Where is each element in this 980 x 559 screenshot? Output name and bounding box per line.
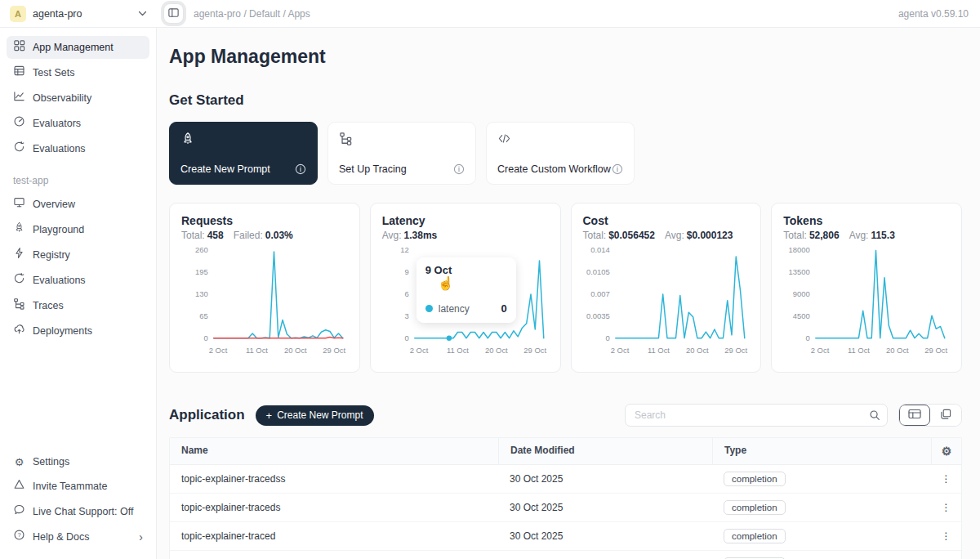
- gauge-icon: [13, 115, 25, 132]
- sidebar-item-help-docs[interactable]: ? Help & Docs ›: [7, 525, 149, 548]
- svg-text:130: 130: [195, 289, 208, 298]
- create-new-prompt-button[interactable]: + Create New Prompt: [256, 405, 374, 426]
- set-up-tracing-card[interactable]: Set Up Tracing: [327, 122, 476, 185]
- svg-text:13500: 13500: [789, 267, 810, 276]
- svg-text:0.007: 0.007: [590, 289, 610, 298]
- info-icon[interactable]: [295, 163, 306, 175]
- sidebar-item-evaluators[interactable]: Evaluators: [7, 112, 149, 135]
- sidebar-item-evaluations[interactable]: Evaluations: [7, 137, 149, 160]
- search-input[interactable]: [625, 404, 888, 427]
- monitor-icon: [13, 196, 25, 212]
- svg-text:195: 195: [195, 267, 208, 276]
- application-table: Name Date Modified Type ⚙ topic-explaine…: [169, 437, 962, 559]
- card-label: Create New Prompt: [180, 163, 270, 175]
- card-label: Set Up Tracing: [339, 163, 407, 175]
- sidebar-toggle-button[interactable]: [163, 3, 184, 24]
- table-view-button[interactable]: [899, 405, 930, 426]
- svg-text:2 Oct: 2 Oct: [209, 346, 228, 355]
- table-row[interactable]: topic-explainer-traced 30 Oct 2025 compl…: [170, 522, 961, 551]
- chart-tooltip: 9 Oct latency 0: [416, 257, 516, 323]
- sidebar-item-registry[interactable]: Registry: [7, 244, 149, 266]
- sidebar-app-nav: Overview Playground Registry Evaluations…: [7, 193, 149, 345]
- tooltip-series-label: latency: [439, 303, 470, 315]
- table-settings-button[interactable]: ⚙: [931, 438, 961, 464]
- main-content: App Management Get Started Create New Pr…: [157, 28, 980, 559]
- sidebar-item-playground[interactable]: Playground: [7, 218, 149, 241]
- chevron-right-icon: ›: [139, 531, 143, 543]
- app-name: topic-explainer-traceds: [170, 494, 498, 521]
- sidebar-item-settings[interactable]: ⚙ Settings: [7, 452, 149, 472]
- sidebar-item-label: Invite Teammate: [33, 480, 107, 494]
- svg-text:2 Oct: 2 Oct: [409, 346, 428, 355]
- chart-title: Tokens: [783, 214, 950, 227]
- svg-text:2 Oct: 2 Oct: [610, 346, 629, 355]
- table-row[interactable]: topic-explainer-tracedss 30 Oct 2025 com…: [170, 465, 961, 494]
- svg-text:20 Oct: 20 Oct: [685, 346, 708, 355]
- sidebar-item-deployments[interactable]: Deployments: [7, 320, 149, 342]
- row-more-button[interactable]: ⋮: [931, 465, 961, 493]
- chat-bubble-icon: [13, 503, 25, 520]
- code-icon: [497, 132, 623, 148]
- sidebar-item-test-sets[interactable]: Test Sets: [7, 61, 149, 84]
- latency-chart-card: Latency Avg:1.38ms 0369122 Oct11 Oct20 O…: [370, 203, 561, 373]
- tooltip-date: 9 Oct: [425, 264, 507, 276]
- topbar: A agenta-pro agenta-pro / Default / Apps…: [0, 0, 980, 28]
- sidebar-item-label: Settings: [33, 455, 69, 469]
- plus-icon: +: [266, 410, 273, 421]
- sidebar-item-overview[interactable]: Overview: [7, 193, 149, 216]
- sidebar-main-nav: App Management Test Sets Observability E…: [7, 36, 149, 163]
- table-icon: [13, 65, 25, 81]
- panel-left-icon: [167, 7, 180, 21]
- create-custom-workflow-card[interactable]: Create Custom Workflow: [486, 122, 635, 185]
- card-label: Create Custom Workflow: [497, 163, 611, 175]
- row-more-button[interactable]: ⋮: [931, 551, 961, 559]
- app-name: career-assessment: [170, 551, 498, 559]
- chart-stats: Total:458 Failed:0.03%: [181, 230, 348, 241]
- table-row[interactable]: topic-explainer-traceds 30 Oct 2025 comp…: [170, 494, 961, 522]
- gear-icon: ⚙: [13, 456, 25, 468]
- info-icon[interactable]: [453, 163, 465, 175]
- svg-text:11 Oct: 11 Oct: [848, 346, 870, 355]
- sidebar: App Management Test Sets Observability E…: [0, 28, 157, 559]
- cloud-up-icon: [13, 323, 25, 339]
- mouse-cursor-icon: ☝: [438, 275, 454, 291]
- chart-stats: Avg:1.38ms: [382, 230, 549, 241]
- table-row[interactable]: career-assessment 27 Oct 2025 completion…: [170, 551, 961, 559]
- svg-text:0: 0: [204, 333, 208, 342]
- get-started-cards: Create New Prompt Set Up Tracing Create …: [169, 122, 962, 185]
- svg-text:29 Oct: 29 Oct: [523, 346, 546, 355]
- sidebar-item-label: Traces: [33, 299, 64, 313]
- svg-text:260: 260: [195, 245, 208, 254]
- sidebar-item-live-chat[interactable]: Live Chat Support: Off: [7, 500, 149, 523]
- sidebar-item-observability[interactable]: Observability: [7, 87, 149, 110]
- search-icon: [869, 409, 880, 423]
- invite-icon: [13, 478, 25, 494]
- page-title: App Management: [169, 46, 962, 68]
- metric-charts: Requests Total:458 Failed:0.03% 06513019…: [169, 203, 962, 373]
- card-view-button[interactable]: [930, 405, 961, 426]
- tokens-chart[interactable]: 04500900013500180002 Oct11 Oct20 Oct29 O…: [783, 244, 950, 358]
- refresh-circle-icon: [13, 141, 25, 157]
- application-title: Application: [169, 407, 245, 423]
- row-more-button[interactable]: ⋮: [931, 494, 961, 521]
- sidebar-item-invite-teammate[interactable]: Invite Teammate: [7, 475, 149, 498]
- create-new-prompt-card[interactable]: Create New Prompt: [169, 122, 318, 185]
- workspace-selector[interactable]: A agenta-pro: [0, 6, 157, 22]
- svg-text:29 Oct: 29 Oct: [724, 346, 747, 355]
- svg-text:?: ?: [17, 531, 20, 539]
- svg-text:20 Oct: 20 Oct: [284, 346, 307, 355]
- sidebar-item-app-management[interactable]: App Management: [7, 36, 149, 59]
- cost-chart[interactable]: 00.00350.0070.01050.0142 Oct11 Oct20 Oct…: [583, 244, 750, 358]
- svg-text:20 Oct: 20 Oct: [485, 346, 508, 355]
- info-icon[interactable]: [612, 163, 623, 175]
- svg-text:29 Oct: 29 Oct: [323, 346, 345, 355]
- breadcrumb[interactable]: agenta-pro / Default / Apps: [194, 8, 310, 20]
- sidebar-item-app-evaluations[interactable]: Evaluations: [7, 269, 149, 292]
- sidebar-item-traces[interactable]: Traces: [7, 294, 149, 317]
- svg-text:29 Oct: 29 Oct: [925, 346, 948, 355]
- row-more-button[interactable]: ⋮: [931, 522, 961, 550]
- chart-stats: Total:52,806 Avg:115.3: [783, 230, 950, 241]
- requests-chart[interactable]: 0651301952602 Oct11 Oct20 Oct29 Oct: [181, 244, 348, 358]
- sidebar-item-label: Evaluations: [33, 274, 86, 288]
- svg-text:6: 6: [404, 289, 408, 298]
